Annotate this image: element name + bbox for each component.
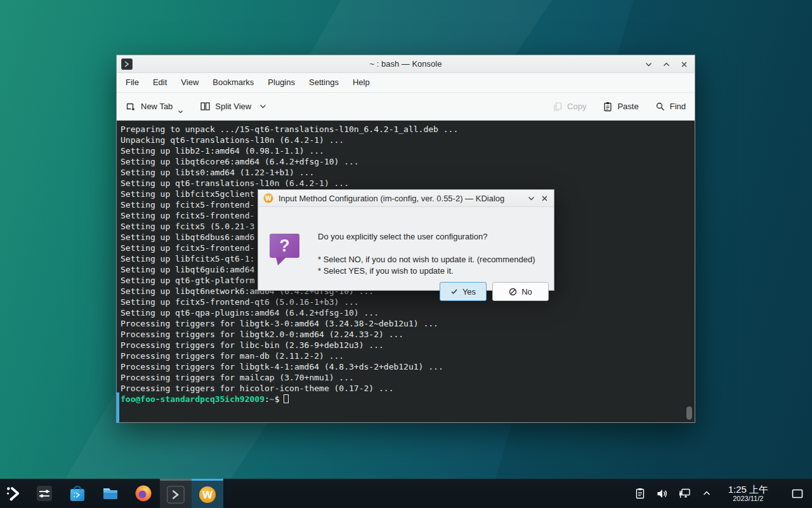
dialog-option-yes: * Select YES, if you wish to update it.	[318, 266, 454, 276]
konsole-icon	[121, 58, 133, 70]
clipboard-icon[interactable]	[633, 486, 647, 500]
maximize-button[interactable]	[659, 57, 673, 71]
menu-item-view[interactable]: View	[174, 73, 206, 92]
question-icon: ?	[270, 234, 299, 258]
kdialog-task-button[interactable]: W	[192, 479, 223, 508]
terminal-line: Setting up libts0:amd64 (1.22-1+b1) ...	[121, 167, 695, 178]
im-config-icon: W	[263, 193, 273, 203]
terminal-line: Processing triggers for libgtk-3-0:amd64…	[121, 318, 695, 329]
digital-clock[interactable]: 1:25 上午 2023/11/2	[728, 484, 768, 503]
menu-item-bookmarks[interactable]: Bookmarks	[206, 73, 261, 92]
deny-icon	[509, 288, 517, 296]
clock-date: 2023/11/2	[728, 495, 768, 503]
split-view-button[interactable]: Split View	[200, 101, 266, 112]
terminal-cursor	[284, 394, 289, 403]
dialog-more-button[interactable]	[527, 194, 535, 203]
taskbar-panel: W 1:25 上午 2023/11/2	[0, 479, 812, 508]
app-launcher-button[interactable]	[0, 479, 28, 508]
system-settings-button[interactable]	[28, 479, 61, 508]
find-icon	[655, 102, 665, 112]
konsole-task-button[interactable]	[160, 479, 192, 508]
menu-item-file[interactable]: File	[119, 73, 146, 92]
split-view-caret-icon	[259, 104, 266, 109]
new-tab-caret-icon	[178, 110, 183, 114]
check-icon	[450, 288, 458, 295]
volume-icon[interactable]	[655, 486, 669, 500]
kdialog-titlebar[interactable]: W Input Method Configuration (im-config,…	[258, 190, 554, 207]
new-tab-icon	[126, 101, 136, 112]
terminal-scrollbar[interactable]	[686, 406, 692, 420]
terminal-line: Setting up qt6-translations-l10n (6.4.2-…	[121, 178, 695, 189]
terminal-line: Setting up fcitx5-frontend-qt6 (5.0.16-1…	[121, 297, 695, 307]
show-desktop-icon	[792, 489, 803, 498]
dolphin-folder-icon	[101, 484, 120, 503]
expand-arrow-icon[interactable]	[700, 486, 714, 500]
terminal-line: Processing triggers for man-db (2.11.2-2…	[121, 351, 695, 361]
terminal-line: Setting up libb2-1:amd64 (0.98.1-1.1) ..…	[121, 145, 695, 156]
minimize-button[interactable]	[641, 57, 655, 71]
dialog-title: Input Method Configuration (im-config, v…	[278, 194, 504, 203]
terminal-line: Processing triggers for libgtk-4-1:amd64…	[121, 361, 695, 372]
find-button[interactable]: Find	[655, 102, 686, 112]
menu-item-edit[interactable]: Edit	[146, 73, 174, 92]
konsole-icon	[167, 486, 185, 504]
w-letter: W	[202, 489, 213, 501]
window-title: ~ : bash — Konsole	[370, 59, 442, 69]
discover-button[interactable]	[61, 479, 94, 508]
im-config-icon: W	[198, 485, 217, 504]
copy-icon	[553, 102, 563, 112]
menu-bar: FileEditViewBookmarksPluginsSettingsHelp	[117, 73, 695, 93]
new-output-indicator	[117, 392, 119, 422]
menu-item-plugins[interactable]: Plugins	[261, 73, 302, 92]
svg-text:W: W	[265, 195, 272, 202]
menu-item-help[interactable]: Help	[346, 73, 377, 92]
show-desktop-button[interactable]	[789, 484, 806, 503]
terminal-line: Setting up libqt6core6:amd64 (6.4.2+dfsg…	[121, 156, 695, 167]
yes-button[interactable]: Yes	[440, 282, 487, 301]
firefox-icon	[134, 484, 153, 503]
terminal-line: Processing triggers for mailcap (3.70+nm…	[121, 372, 695, 383]
firefox-button[interactable]	[127, 479, 160, 508]
system-settings-icon	[35, 484, 54, 503]
terminal-line: Unpacking qt6-translations-l10n (6.4.2-1…	[121, 135, 695, 145]
terminal-line: Setting up qt6-qpa-plugins:amd64 (6.4.2+…	[121, 307, 695, 318]
system-tray: 1:25 上午 2023/11/2	[633, 479, 812, 508]
no-button[interactable]: No	[492, 282, 549, 301]
file-manager-button[interactable]	[94, 479, 127, 508]
paste-button[interactable]: Paste	[603, 102, 638, 112]
network-icon[interactable]	[678, 486, 691, 500]
menu-item-settings[interactable]: Settings	[302, 73, 346, 92]
konsole-titlebar[interactable]: ~ : bash — Konsole	[117, 55, 695, 73]
copy-button: Copy	[553, 102, 586, 112]
kdialog-window: W Input Method Configuration (im-config,…	[258, 189, 554, 291]
dialog-option-no: * Select NO, if you do not wish to updat…	[318, 255, 535, 264]
dialog-close-button[interactable]	[540, 194, 549, 203]
terminal-line: Processing triggers for libgtk2.0-0:amd6…	[121, 329, 695, 340]
dialog-question: Do you explicitly select the user config…	[318, 232, 487, 241]
kde-launcher-icon	[4, 484, 23, 503]
clock-time: 1:25 上午	[728, 484, 768, 495]
discover-icon	[68, 484, 87, 503]
terminal-line: Processing triggers for libc-bin (2.36-9…	[121, 340, 695, 351]
toolbar: New Tab Split View Copy Paste Find	[117, 93, 695, 121]
new-tab-button[interactable]: New Tab	[126, 101, 183, 112]
paste-icon	[603, 102, 613, 112]
terminal-line: Preparing to unpack .../15-qt6-translati…	[121, 124, 695, 135]
terminal-line: Processing triggers for hicolor-icon-the…	[121, 383, 695, 394]
split-view-icon	[200, 101, 211, 112]
close-button[interactable]	[677, 57, 691, 71]
terminal-prompt: foo@foo-standardpcq35ich92009:~$	[121, 394, 695, 404]
